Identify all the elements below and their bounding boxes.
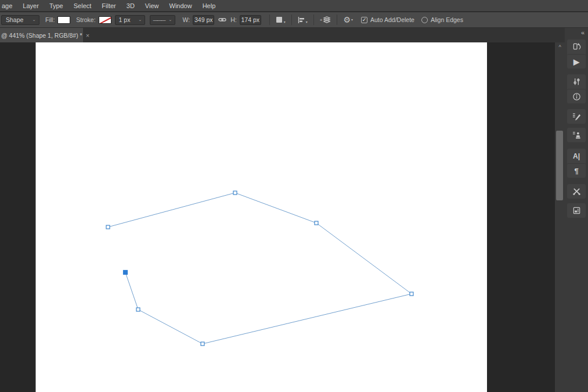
stroke-type-dropdown[interactable]: ——— ⌄ bbox=[150, 15, 175, 25]
fill-label: Fill: bbox=[45, 16, 55, 23]
close-icon[interactable]: × bbox=[86, 32, 89, 39]
document-tab-bar: @ 441% (Shape 1, RGB/8#) * × bbox=[0, 28, 565, 42]
height-label: H: bbox=[230, 16, 237, 23]
menu-item-select[interactable]: Select bbox=[68, 0, 97, 12]
tool-options-bar: Shape ⌄ Fill: Stroke: 1 px ⌄ ——— ⌄ W: 34… bbox=[0, 12, 588, 28]
collapse-panels-icon[interactable]: « bbox=[581, 29, 585, 36]
document-canvas[interactable] bbox=[35, 42, 487, 392]
menu-item-layer[interactable]: Layer bbox=[17, 0, 44, 12]
path-operations-button[interactable]: ▾ bbox=[276, 16, 286, 24]
plus-icon: + bbox=[320, 17, 323, 23]
libraries-icon[interactable] bbox=[567, 203, 586, 218]
chevron-down-icon: ⌄ bbox=[168, 17, 172, 21]
link-dimensions-icon[interactable] bbox=[218, 17, 226, 23]
width-label: W: bbox=[183, 16, 190, 23]
checkmark-icon: ✓ bbox=[362, 17, 367, 23]
align-edges-label: Align Edges bbox=[431, 16, 463, 23]
path-arrangement-button[interactable]: + bbox=[320, 16, 331, 24]
scrollbar-thumb[interactable] bbox=[556, 131, 563, 200]
vertical-scrollbar[interactable]: ^ bbox=[555, 42, 565, 392]
stroke-width-value: 1 px bbox=[119, 16, 131, 23]
gear-settings-button[interactable]: ⚙ ▾ bbox=[343, 15, 353, 24]
document-tab-title: @ 441% (Shape 1, RGB/8#) * bbox=[1, 32, 82, 39]
stroke-line-preview: ——— bbox=[153, 17, 165, 23]
document-tab[interactable]: @ 441% (Shape 1, RGB/8#) * × bbox=[0, 28, 83, 42]
align-edges-checkbox[interactable] bbox=[421, 17, 428, 23]
tool-mode-value: Shape bbox=[6, 16, 23, 23]
path-alignment-button[interactable]: ▾ bbox=[298, 16, 308, 24]
chevron-down-icon: ⌄ bbox=[138, 17, 142, 21]
dropdown-arrow-icon: ▾ bbox=[284, 20, 286, 24]
menu-item-type[interactable]: Type bbox=[44, 0, 68, 12]
history-icon[interactable] bbox=[567, 39, 586, 54]
adjustments-icon[interactable] bbox=[567, 74, 586, 89]
menu-item-help[interactable]: Help bbox=[197, 0, 221, 12]
character-icon[interactable]: A| bbox=[567, 149, 586, 163]
gear-icon: ⚙ bbox=[343, 15, 351, 24]
scroll-up-arrow-icon[interactable]: ^ bbox=[555, 44, 565, 50]
brush-settings-icon[interactable] bbox=[567, 109, 586, 124]
stroke-width-field[interactable]: 1 px ⌄ bbox=[115, 15, 145, 25]
width-input[interactable]: 349 px bbox=[193, 15, 214, 25]
dropdown-arrow-icon: ▾ bbox=[306, 20, 308, 24]
menu-item-age[interactable]: age bbox=[0, 0, 17, 12]
height-value: 174 px bbox=[241, 16, 259, 23]
menu-item-3d[interactable]: 3D bbox=[121, 0, 140, 12]
auto-add-delete-label: Auto Add/Delete bbox=[370, 16, 414, 23]
chevron-down-icon: ⌄ bbox=[32, 17, 36, 21]
photoshop-window: ageLayerTypeSelectFilter3DViewWindowHelp… bbox=[0, 0, 588, 392]
auto-add-delete-checkbox[interactable]: ✓ bbox=[361, 17, 367, 23]
menu-bar: ageLayerTypeSelectFilter3DViewWindowHelp bbox=[0, 0, 588, 12]
width-value: 349 px bbox=[194, 16, 213, 23]
menu-item-window[interactable]: Window bbox=[164, 0, 197, 12]
tool-presets-icon[interactable] bbox=[567, 184, 586, 199]
paragraph-icon[interactable]: ¶ bbox=[567, 163, 586, 178]
clone-source-icon[interactable] bbox=[567, 128, 586, 142]
panel-dock: « ▶ bbox=[565, 28, 588, 392]
stroke-swatch[interactable] bbox=[99, 16, 111, 24]
menu-item-filter[interactable]: Filter bbox=[96, 0, 121, 12]
work-area bbox=[0, 42, 555, 392]
tool-mode-dropdown[interactable]: Shape ⌄ bbox=[1, 15, 39, 25]
stroke-label: Stroke: bbox=[76, 16, 95, 23]
fill-swatch[interactable] bbox=[57, 16, 70, 24]
dropdown-arrow-icon: ▾ bbox=[351, 18, 353, 21]
info-icon[interactable] bbox=[567, 89, 586, 103]
actions-play-icon[interactable]: ▶ bbox=[567, 54, 586, 69]
menu-item-view[interactable]: View bbox=[140, 0, 164, 12]
height-input[interactable]: 174 px bbox=[240, 15, 261, 25]
